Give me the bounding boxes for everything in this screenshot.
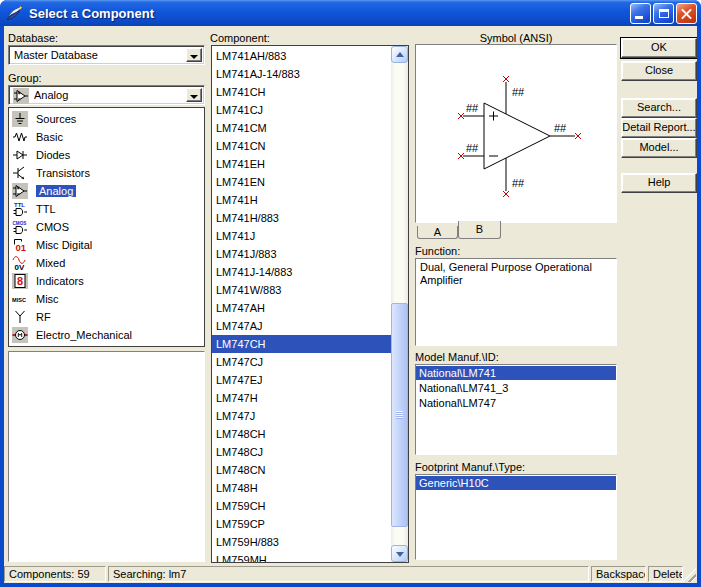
family-item[interactable]: Electro_Mechanical (9, 326, 204, 344)
maximize-icon (659, 9, 669, 18)
symbol-section-tab-b[interactable]: B (458, 221, 501, 239)
rf-icon (12, 309, 28, 325)
component-item[interactable]: LM741H/883 (212, 209, 391, 227)
component-item[interactable]: LM747H (212, 389, 391, 407)
footprint-manuf-label: Footprint Manuf.\Type: (415, 461, 525, 473)
component-item[interactable]: LM759H/883 (212, 533, 391, 551)
left-empty-panel (8, 351, 205, 562)
titlebar[interactable]: Select a Component (0, 0, 701, 26)
family-item[interactable]: Diodes (9, 146, 204, 164)
symbol-section-tab-a[interactable]: A (417, 226, 458, 239)
function-value: Dual, General Purpose Operational Amplif… (416, 259, 616, 289)
component-item[interactable]: LM747AH (212, 299, 391, 317)
component-item[interactable]: LM741AJ-14/883 (212, 65, 391, 83)
minimize-button[interactable] (630, 3, 651, 24)
family-item[interactable]: Analog (9, 182, 204, 200)
component-item[interactable]: LM747AJ (212, 317, 391, 335)
family-item-label: Diodes (36, 149, 70, 161)
component-label: Component: (210, 32, 270, 44)
svg-text:CMOS: CMOS (13, 221, 27, 226)
sources-icon (12, 111, 28, 127)
scroll-thumb[interactable] (391, 303, 408, 527)
search-button[interactable]: Search... (621, 98, 697, 118)
group-label: Group: (8, 72, 42, 84)
component-item[interactable]: LM748H (212, 479, 391, 497)
pin-label: ## (512, 86, 525, 98)
close-dialog-button[interactable]: Close (621, 61, 697, 81)
chevron-down-icon[interactable] (186, 48, 202, 62)
pin-label: ## (466, 102, 479, 114)
select-component-dialog: Select a Component Database: Master Data… (0, 0, 701, 587)
component-item[interactable]: LM748CN (212, 461, 391, 479)
model-manuf-label: Model Manuf.\ID: (415, 351, 499, 363)
component-item[interactable]: LM747EJ (212, 371, 391, 389)
window-title: Select a Component (29, 6, 154, 21)
chevron-down-icon[interactable] (186, 88, 202, 102)
family-item-label: Electro_Mechanical (36, 329, 132, 341)
family-item-label: TTL (36, 203, 56, 215)
component-item[interactable]: LM759CH (212, 497, 391, 515)
family-item[interactable]: Transistors (9, 164, 204, 182)
component-item[interactable]: LM741H (212, 191, 391, 209)
maximize-button[interactable] (653, 3, 674, 24)
component-item[interactable]: LM747CJ (212, 353, 391, 371)
component-item[interactable]: LM741CJ (212, 101, 391, 119)
component-item[interactable]: LM759CP (212, 515, 391, 533)
diodes-icon (12, 147, 28, 163)
family-item[interactable]: TTLTTL (9, 200, 204, 218)
family-item[interactable]: MISCMisc (9, 290, 204, 308)
family-item[interactable]: CMOSCMOS (9, 218, 204, 236)
component-item[interactable]: LM741AH/883 (212, 47, 391, 65)
list-item[interactable]: Generic\H10C (416, 476, 616, 490)
component-item[interactable]: LM741J-14/883 (212, 263, 391, 281)
group-combo[interactable]: Analog (8, 85, 205, 105)
ok-button[interactable]: OK (621, 38, 697, 58)
detail-report-button[interactable]: Detail Report... (621, 118, 697, 138)
component-item[interactable]: LM741J (212, 227, 391, 245)
close-button[interactable] (676, 3, 697, 24)
component-item[interactable]: LM759MH (212, 551, 391, 562)
list-item[interactable]: National\LM741 (416, 366, 616, 380)
pin-label: ## (466, 142, 479, 154)
pin-label: ## (554, 122, 567, 134)
list-item[interactable]: National\LM747 (416, 396, 616, 410)
component-list: LM741AH/883LM741AJ-14/883LM741CHLM741CJL… (211, 45, 409, 563)
resize-grip[interactable] (682, 568, 696, 582)
function-panel: Dual, General Purpose Operational Amplif… (415, 258, 617, 346)
component-scrollbar[interactable] (391, 46, 408, 562)
family-item-label: Analog (36, 185, 76, 197)
family-item[interactable]: 0VMixed (9, 254, 204, 272)
svg-text:8: 8 (17, 275, 23, 287)
family-item[interactable]: Sources (9, 110, 204, 128)
component-item[interactable]: LM741CN (212, 137, 391, 155)
model-button[interactable]: Model... (621, 138, 697, 158)
symbol-title: Symbol (ANSI) (415, 32, 617, 44)
svg-text:TTL: TTL (14, 202, 25, 208)
model-manuf-list: National\LM741National\LM741_3National\L… (415, 364, 617, 455)
component-item[interactable]: LM741CM (212, 119, 391, 137)
component-item[interactable]: LM741EH (212, 155, 391, 173)
footprint-manuf-list: Generic\H10C (415, 474, 617, 560)
family-item[interactable]: Basic (9, 128, 204, 146)
help-button[interactable]: Help (621, 173, 697, 193)
component-item[interactable]: LM741W/883 (212, 281, 391, 299)
scroll-up-button[interactable] (391, 46, 408, 63)
component-item[interactable]: LM747CH (212, 335, 391, 353)
scroll-down-button[interactable] (391, 545, 408, 562)
status-searching: Searching: lm7 (108, 566, 589, 582)
function-label: Function: (415, 245, 460, 257)
database-value: Master Database (14, 49, 98, 61)
component-item[interactable]: LM747J (212, 407, 391, 425)
database-combo[interactable]: Master Database (8, 45, 205, 65)
misc-icon: MISC (12, 291, 28, 307)
family-item[interactable]: RF (9, 308, 204, 326)
family-item[interactable]: 8Indicators (9, 272, 204, 290)
component-item[interactable]: LM748CH (212, 425, 391, 443)
family-item[interactable]: 01Misc Digital (9, 236, 204, 254)
component-item[interactable]: LM741CH (212, 83, 391, 101)
component-item[interactable]: LM741EN (212, 173, 391, 191)
family-item-label: Mixed (36, 257, 65, 269)
component-item[interactable]: LM748CJ (212, 443, 391, 461)
list-item[interactable]: National\LM741_3 (416, 381, 616, 395)
component-item[interactable]: LM741J/883 (212, 245, 391, 263)
